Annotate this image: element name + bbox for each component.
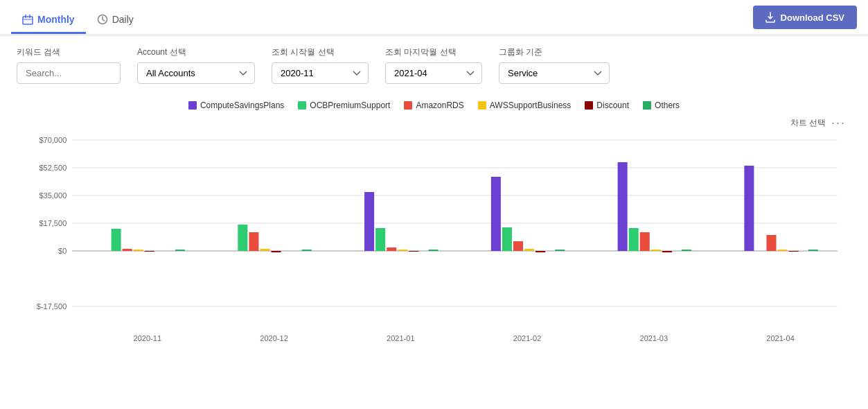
y-label-17k: $17,500	[39, 219, 67, 227]
bar-2020-11-rds	[123, 249, 132, 251]
bar-2020-12-others	[302, 250, 312, 251]
keyword-input[interactable]	[17, 62, 121, 84]
keyword-label: 키워드 검색	[17, 46, 121, 58]
legend-ocb: OCBPremiumSupport	[298, 101, 390, 110]
keyword-filter: 키워드 검색	[17, 46, 121, 84]
bar-2021-04-others	[808, 250, 818, 251]
end-month-label: 조회 마지막월 선택	[385, 46, 482, 58]
chart-legend: ComputeSavingsPlans OCBPremiumSupport Am…	[17, 101, 851, 110]
bar-2021-02-rds	[513, 241, 523, 251]
bar-2021-03-compute	[618, 162, 628, 251]
bar-2021-02-discount	[535, 251, 545, 252]
bar-2020-12-discount	[272, 251, 281, 252]
tabs: Monthly Daily	[11, 7, 145, 34]
x-label-2020-11: 2020-11	[134, 334, 162, 342]
bar-2021-02-compute	[491, 177, 501, 251]
legend-support-color	[478, 101, 486, 110]
bar-2021-01-others	[428, 250, 438, 251]
start-month-label: 조회 시작월 선택	[272, 46, 369, 58]
bar-2021-02-support	[524, 249, 534, 251]
chart-actions: 차트 선택 ···	[17, 116, 851, 130]
bar-2021-03-rds	[640, 232, 650, 251]
chart-menu-dots[interactable]: ···	[831, 116, 846, 130]
monthly-tab-label: Monthly	[37, 14, 75, 25]
y-label-35k: $35,000	[39, 191, 67, 200]
bar-2020-11-discount	[145, 251, 154, 252]
legend-support: AWSSupportBusiness	[478, 101, 572, 110]
start-month-filter: 조회 시작월 선택 2020-11 2020-12 2021-01 2021-0…	[272, 46, 369, 84]
y-label-70k: $70,000	[39, 136, 67, 144]
group-by-label: 그룹화 기준	[499, 46, 610, 58]
bar-2021-01-rds	[387, 247, 396, 251]
x-label-2021-03: 2021-03	[640, 334, 668, 342]
bar-2021-04-support	[778, 250, 788, 251]
bar-2021-01-compute	[364, 192, 374, 251]
bar-2021-04-compute	[744, 166, 754, 251]
start-month-select[interactable]: 2020-11 2020-12 2021-01 2021-02 2021-03 …	[272, 62, 369, 84]
chart-area: $70,000 $52,500 $35,000 $17,500 $0 $-17,…	[17, 133, 851, 355]
top-bar: Monthly Daily Download CSV	[0, 0, 868, 35]
legend-compute: ComputeSavingsPlans	[188, 101, 284, 110]
account-filter: Account 선택 All Accounts	[137, 46, 255, 84]
bar-2020-12-support	[260, 249, 269, 251]
chart-container: ComputeSavingsPlans OCBPremiumSupport Am…	[0, 95, 868, 366]
legend-others-label: Others	[655, 101, 680, 110]
bar-2021-01-ocb	[375, 228, 385, 251]
legend-discount: Discount	[585, 101, 629, 110]
filters-section: 키워드 검색 Account 선택 All Accounts 조회 시작월 선택…	[0, 35, 868, 95]
group-by-filter: 그룹화 기준 Service Account Region	[499, 46, 610, 84]
legend-rds-color	[404, 101, 412, 110]
end-month-select[interactable]: 2020-11 2020-12 2021-01 2021-02 2021-03 …	[385, 62, 482, 84]
bar-2021-02-others	[555, 250, 565, 251]
bar-2020-11-ocb	[112, 229, 121, 251]
y-label-neg17k: $-17,500	[37, 302, 67, 311]
bar-2021-03-others	[682, 250, 691, 251]
x-label-2020-12: 2020-12	[260, 334, 288, 342]
legend-rds-label: AmazonRDS	[416, 101, 463, 110]
bar-2021-03-discount	[662, 251, 672, 252]
y-label-52k: $52,500	[39, 164, 67, 172]
legend-others-color	[643, 101, 651, 110]
bar-2021-04-discount	[789, 251, 799, 252]
bar-2021-02-ocb	[502, 227, 512, 251]
bar-2021-04-rds	[766, 235, 776, 251]
legend-others: Others	[643, 101, 680, 110]
x-label-2021-02: 2021-02	[513, 334, 542, 342]
legend-support-label: AWSSupportBusiness	[490, 101, 572, 110]
bar-2020-11-others	[175, 250, 185, 251]
svg-rect-0	[23, 17, 33, 24]
monthly-icon	[22, 14, 33, 25]
account-select[interactable]: All Accounts	[137, 62, 255, 84]
bar-2021-03-ocb	[629, 228, 639, 251]
legend-ocb-label: OCBPremiumSupport	[310, 101, 390, 110]
legend-ocb-color	[298, 101, 306, 110]
chart-select-label: 차트 선택	[790, 117, 826, 129]
bar-2021-01-support	[398, 250, 407, 251]
download-csv-button[interactable]: Download CSV	[753, 6, 857, 29]
legend-compute-label: ComputeSavingsPlans	[200, 101, 284, 110]
group-by-select[interactable]: Service Account Region	[499, 62, 610, 84]
x-label-2021-01: 2021-01	[387, 334, 415, 342]
legend-rds: AmazonRDS	[404, 101, 463, 110]
tab-daily[interactable]: Daily	[86, 7, 145, 34]
legend-compute-color	[188, 101, 197, 110]
bar-2020-11-support	[134, 250, 143, 251]
end-month-filter: 조회 마지막월 선택 2020-11 2020-12 2021-01 2021-…	[385, 46, 482, 84]
daily-icon	[97, 14, 108, 25]
daily-tab-label: Daily	[112, 14, 134, 25]
tab-monthly[interactable]: Monthly	[11, 7, 86, 34]
chart-svg: $70,000 $52,500 $35,000 $17,500 $0 $-17,…	[17, 133, 851, 355]
y-label-0: $0	[58, 247, 67, 255]
bar-2020-12-ocb	[238, 225, 247, 251]
account-label: Account 선택	[137, 46, 255, 58]
bar-2021-03-support	[651, 250, 661, 251]
download-csv-label: Download CSV	[781, 12, 844, 23]
bar-2020-12-rds	[249, 232, 258, 251]
bar-2021-01-discount	[409, 251, 418, 252]
legend-discount-label: Discount	[596, 101, 629, 110]
x-label-2021-04: 2021-04	[766, 334, 795, 342]
legend-discount-color	[585, 101, 593, 110]
